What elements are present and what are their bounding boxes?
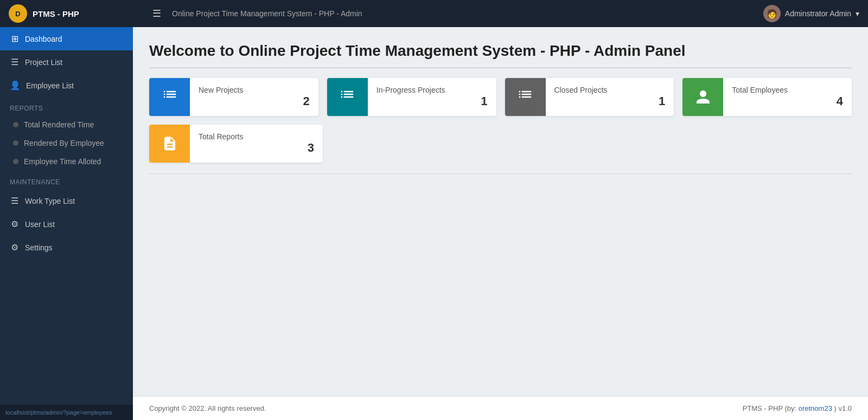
list-icon — [339, 89, 355, 105]
sidebar-item-employee-time-alloted-label: Employee Time Alloted — [24, 157, 101, 166]
sidebar-item-settings[interactable]: ⚙ Settings — [0, 236, 133, 259]
new-projects-body: New Projects 2 — [190, 78, 318, 116]
work-type-list-icon: ☰ — [10, 196, 20, 206]
sidebar-item-employee-list[interactable]: 👤 Employee List — [0, 74, 133, 97]
total-employees-body: Total Employees 4 — [723, 78, 852, 116]
sub-dot-icon — [13, 122, 18, 127]
brand: D PTMS - PHP — [9, 4, 142, 23]
total-reports-label: Total Reports — [199, 132, 314, 141]
main-footer: Copyright © 2022. All rights reserved. P… — [133, 396, 868, 420]
card-new-projects[interactable]: New Projects 2 — [149, 78, 318, 116]
sub-dot-icon — [13, 140, 18, 146]
sidebar-item-dashboard[interactable]: ⊞ Dashboard — [0, 27, 133, 50]
sidebar-item-total-rendered-time[interactable]: Total Rendered Time — [0, 115, 133, 134]
closed-projects-body: Closed Projects 1 — [546, 78, 674, 116]
sidebar: ⊞ Dashboard ☰ Project List 👤 Employee Li… — [0, 27, 133, 420]
employee-list-icon: 👤 — [10, 80, 21, 91]
total-reports-value: 3 — [199, 141, 314, 155]
main-content: Welcome to Online Project Time Managemen… — [133, 27, 868, 396]
footer-brand-link[interactable]: oretnom23 — [799, 404, 832, 412]
card-total-employees[interactable]: Total Employees 4 — [682, 78, 852, 116]
in-progress-label: In-Progress Projects — [376, 86, 488, 94]
total-employees-value: 4 — [732, 94, 843, 108]
sidebar-item-work-type-list[interactable]: ☰ Work Type List — [0, 189, 133, 212]
reports-section-label: Reports — [0, 97, 133, 115]
employee-icon — [695, 89, 711, 105]
cards-row-1: New Projects 2 In-Progress Projects 1 — [149, 78, 852, 116]
sidebar-item-user-list[interactable]: ⚙ User List — [0, 212, 133, 236]
main-area: Welcome to Online Project Time Managemen… — [133, 27, 868, 420]
sidebar-toggle-button[interactable]: ☰ — [150, 8, 163, 20]
user-dropdown-icon: ▾ — [856, 9, 859, 18]
brand-name: PTMS - PHP — [33, 9, 79, 18]
total-employees-label: Total Employees — [732, 86, 843, 94]
dashboard-icon: ⊞ — [10, 34, 20, 44]
closed-projects-label: Closed Projects — [554, 86, 666, 94]
sidebar-item-rendered-by-employee-label: Rendered By Employee — [24, 139, 104, 147]
topbar-title: Online Project Time Management System - … — [172, 9, 755, 18]
layout: ⊞ Dashboard ☰ Project List 👤 Employee Li… — [0, 27, 868, 420]
user-avatar: 🧑 — [763, 5, 781, 22]
user-menu[interactable]: 🧑 Adminstrator Admin ▾ — [763, 5, 859, 22]
new-projects-label: New Projects — [199, 86, 310, 94]
brand-logo: D — [9, 4, 27, 23]
topbar: D PTMS - PHP ☰ Online Project Time Manag… — [0, 0, 868, 27]
check-list-icon — [517, 89, 533, 105]
new-projects-icon-box — [149, 78, 190, 116]
list-check-icon — [162, 89, 178, 105]
section-divider — [149, 173, 852, 174]
card-in-progress-projects[interactable]: In-Progress Projects 1 — [327, 78, 496, 116]
total-employees-icon-box — [682, 78, 723, 116]
card-closed-projects[interactable]: Closed Projects 1 — [505, 78, 674, 116]
page-title: Welcome to Online Project Time Managemen… — [149, 42, 852, 68]
user-list-icon: ⚙ — [10, 219, 20, 229]
project-list-icon: ☰ — [10, 57, 20, 67]
cards-row-2: Total Reports 3 — [149, 125, 852, 163]
card-total-reports[interactable]: Total Reports 3 — [149, 125, 323, 163]
sidebar-item-project-list-label: Project List — [25, 58, 62, 67]
sidebar-item-rendered-by-employee[interactable]: Rendered By Employee — [0, 134, 133, 152]
closed-projects-icon-box — [505, 78, 546, 116]
in-progress-body: In-Progress Projects 1 — [368, 78, 496, 116]
sub-dot-icon — [13, 159, 18, 164]
sidebar-item-settings-label: Settings — [25, 243, 53, 252]
new-projects-value: 2 — [199, 94, 310, 108]
settings-icon: ⚙ — [10, 242, 20, 253]
sidebar-item-total-rendered-time-label: Total Rendered Time — [24, 120, 94, 129]
sidebar-item-work-type-list-label: Work Type List — [25, 197, 75, 205]
footer-brand: PTMS - PHP (by: oretnom23 ) v1.0 — [743, 404, 852, 412]
total-reports-icon-box — [149, 125, 190, 163]
sidebar-item-employee-time-alloted[interactable]: Employee Time Alloted — [0, 152, 133, 171]
maintenance-section-label: Maintenance — [0, 171, 133, 189]
report-icon — [162, 135, 178, 152]
sidebar-item-dashboard-label: Dashboard — [25, 35, 62, 43]
status-bar-url: localhost/ptms/admin/?page=employees — [0, 405, 133, 420]
sidebar-item-project-list[interactable]: ☰ Project List — [0, 50, 133, 74]
sidebar-item-user-list-label: User List — [25, 220, 55, 229]
in-progress-value: 1 — [376, 94, 488, 108]
sidebar-item-employee-list-label: Employee List — [26, 81, 74, 90]
footer-copyright: Copyright © 2022. All rights reserved. — [149, 404, 266, 412]
user-name: Adminstrator Admin — [785, 9, 851, 18]
total-reports-body: Total Reports 3 — [190, 125, 323, 163]
closed-projects-value: 1 — [554, 94, 666, 108]
in-progress-icon-box — [327, 78, 368, 116]
